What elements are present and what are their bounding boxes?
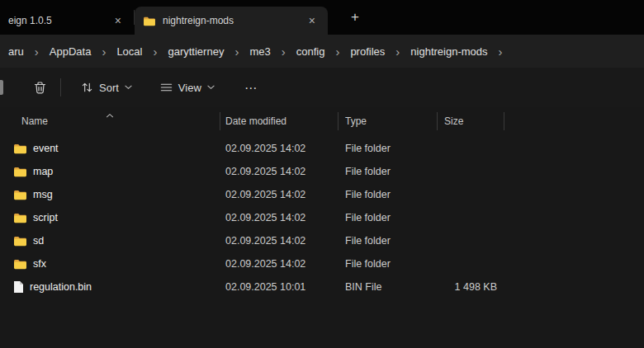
chevron-down-icon xyxy=(125,85,132,90)
folder-icon xyxy=(143,16,156,26)
tab-close-icon[interactable]: × xyxy=(305,13,320,28)
file-name: sd xyxy=(33,235,44,247)
column-header-date-modified[interactable]: Date modified xyxy=(220,112,339,130)
breadcrumb-item-current[interactable]: nightreign-mods xyxy=(404,41,494,62)
file-name: map xyxy=(33,166,53,177)
breadcrumb-item[interactable]: garyttierney xyxy=(161,41,230,62)
file-type: BIN File xyxy=(339,281,438,293)
view-button[interactable]: View xyxy=(152,76,223,100)
file-type: File folder xyxy=(339,166,438,177)
tab-close-icon[interactable]: × xyxy=(111,13,125,28)
chevron-right-icon[interactable]: › xyxy=(391,45,404,58)
table-row[interactable]: map 02.09.2025 14:02 File folder xyxy=(0,160,644,183)
tab-active[interactable]: nightreign-mods × xyxy=(135,7,328,35)
table-row[interactable]: msg 02.09.2025 14:02 File folder xyxy=(0,183,644,206)
breadcrumb-item[interactable]: AppData xyxy=(43,41,98,62)
column-header-type[interactable]: Type xyxy=(339,112,438,130)
date-modified: 02.09.2025 14:02 xyxy=(220,212,339,223)
file-list-pane: Name Date modified Type Size event 02.09… xyxy=(0,107,644,348)
file-size: 1 498 KB xyxy=(438,281,504,293)
clipped-toolbar-icon[interactable] xyxy=(0,80,3,95)
folder-icon xyxy=(13,189,27,200)
command-toolbar: Sort View … xyxy=(0,68,644,107)
tab-bar: eign 1.0.5 × nightreign-mods × + xyxy=(0,0,644,35)
sort-label: Sort xyxy=(99,82,119,94)
tab-label: nightreign-mods xyxy=(163,15,298,26)
date-modified: 02.09.2025 14:02 xyxy=(220,235,339,247)
date-modified: 02.09.2025 14:02 xyxy=(220,258,339,270)
file-name: regulation.bin xyxy=(30,281,92,293)
date-modified: 02.09.2025 14:02 xyxy=(220,166,339,177)
view-list-icon xyxy=(160,82,173,92)
folder-icon xyxy=(13,143,27,154)
column-header-size[interactable]: Size xyxy=(438,112,504,130)
file-type: File folder xyxy=(339,189,438,200)
column-header-label: Name xyxy=(21,115,48,127)
file-name: event xyxy=(33,143,59,154)
date-modified: 02.09.2025 14:02 xyxy=(220,143,339,154)
folder-icon xyxy=(13,235,27,247)
date-modified: 02.09.2025 10:01 xyxy=(220,281,339,293)
table-row[interactable]: sd 02.09.2025 14:02 File folder xyxy=(0,229,644,252)
folder-icon xyxy=(13,166,27,177)
view-label: View xyxy=(178,82,201,94)
more-options-button[interactable]: … xyxy=(234,74,268,101)
trash-icon xyxy=(33,81,47,95)
column-header-label: Date modified xyxy=(225,115,286,127)
delete-button[interactable] xyxy=(25,75,55,101)
sort-ascending-icon xyxy=(107,109,114,120)
tab-label: eign 1.0.5 xyxy=(8,15,111,26)
chevron-right-icon[interactable]: › xyxy=(331,45,343,58)
tab-background[interactable]: eign 1.0.5 × xyxy=(0,7,134,35)
file-type: File folder xyxy=(339,143,438,154)
breadcrumb-item[interactable]: profiles xyxy=(343,41,391,62)
breadcrumb-item[interactable]: config xyxy=(290,41,332,62)
chevron-right-icon[interactable]: › xyxy=(230,45,243,58)
chevron-right-icon[interactable]: › xyxy=(149,45,161,58)
sort-arrows-icon xyxy=(81,82,93,93)
chevron-right-icon[interactable]: › xyxy=(495,45,507,58)
file-icon xyxy=(13,280,24,294)
breadcrumb: aru › AppData › Local › garyttierney › m… xyxy=(0,35,644,68)
file-name: msg xyxy=(33,189,53,200)
table-row[interactable]: sfx 02.09.2025 14:02 File folder xyxy=(0,252,644,275)
chevron-down-icon xyxy=(207,85,215,90)
file-rows: event 02.09.2025 14:02 File folder map 0… xyxy=(0,137,644,299)
file-type: File folder xyxy=(339,258,438,270)
file-type: File folder xyxy=(339,212,438,223)
file-name: script xyxy=(33,212,58,223)
breadcrumb-item[interactable]: Local xyxy=(110,41,149,62)
chevron-right-icon[interactable]: › xyxy=(31,45,43,58)
chevron-right-icon[interactable]: › xyxy=(277,45,290,58)
chevron-right-icon[interactable]: › xyxy=(97,45,110,58)
table-row[interactable]: regulation.bin 02.09.2025 10:01 BIN File… xyxy=(0,275,644,299)
breadcrumb-item[interactable]: me3 xyxy=(243,41,277,62)
column-header-label: Type xyxy=(345,115,367,127)
folder-icon xyxy=(13,258,27,270)
new-tab-button[interactable]: + xyxy=(344,7,366,27)
table-row[interactable]: script 02.09.2025 14:02 File folder xyxy=(0,206,644,229)
column-headers: Name Date modified Type Size xyxy=(0,111,644,132)
toolbar-divider xyxy=(60,78,61,96)
breadcrumb-item[interactable]: aru xyxy=(2,41,31,62)
folder-icon xyxy=(13,212,27,223)
sort-button[interactable]: Sort xyxy=(73,76,140,100)
file-type: File folder xyxy=(339,235,438,247)
column-header-name[interactable]: Name xyxy=(0,112,220,130)
table-row[interactable]: event 02.09.2025 14:02 File folder xyxy=(0,137,644,160)
column-header-label: Size xyxy=(444,115,463,127)
file-name: sfx xyxy=(33,258,46,270)
date-modified: 02.09.2025 14:02 xyxy=(220,189,339,200)
